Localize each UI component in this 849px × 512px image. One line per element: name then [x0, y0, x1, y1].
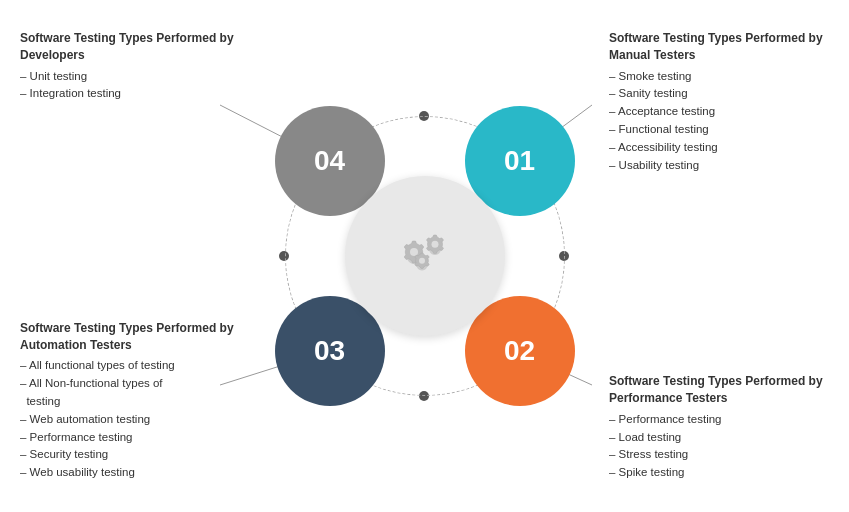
panel-tr-items: Smoke testing Sanity testing Acceptance … [609, 68, 829, 175]
list-item: All functional types of testing [20, 357, 240, 375]
list-item: Load testing [609, 429, 829, 447]
q01-label: 01 [504, 145, 535, 177]
panel-bottom-left: Software Testing Types Performed by Auto… [20, 320, 240, 482]
q02-label: 02 [504, 335, 535, 367]
center-circle [345, 176, 505, 336]
q04-label: 04 [314, 145, 345, 177]
list-item: All Non-functional types of testing [20, 375, 240, 411]
panel-tl-items: Unit testing Integration testing [20, 68, 240, 104]
panel-bottom-right: Software Testing Types Performed by Perf… [609, 373, 829, 482]
svg-point-9 [431, 241, 438, 248]
list-item: Functional testing [609, 121, 829, 139]
list-item: Sanity testing [609, 85, 829, 103]
q03-label: 03 [314, 335, 345, 367]
list-item: Smoke testing [609, 68, 829, 86]
panel-bl-title: Software Testing Types Performed by Auto… [20, 320, 240, 354]
panel-br-title: Software Testing Types Performed by Perf… [609, 373, 829, 407]
panel-bl-items: All functional types of testingAll Non-f… [20, 357, 240, 482]
list-item: Web automation testing [20, 411, 240, 429]
list-item: Performance testing [609, 411, 829, 429]
list-item: Spike testing [609, 464, 829, 482]
list-item: Unit testing [20, 68, 240, 86]
list-item: Integration testing [20, 85, 240, 103]
list-item: Acceptance testing [609, 103, 829, 121]
list-item: Performance testing [20, 429, 240, 447]
svg-point-8 [410, 248, 418, 256]
panel-br-items: Performance testing Load testing Stress … [609, 411, 829, 482]
list-item: Usability testing [609, 157, 829, 175]
panel-top-left: Software Testing Types Performed by Deve… [20, 30, 240, 103]
list-item: Security testing [20, 446, 240, 464]
gear-icon [390, 227, 460, 285]
list-item: Web usability testing [20, 464, 240, 482]
panel-tr-title: Software Testing Types Performed by Manu… [609, 30, 829, 64]
panel-top-right: Software Testing Types Performed by Manu… [609, 30, 829, 174]
main-container: Software Testing Types Performed by Deve… [0, 0, 849, 512]
svg-point-10 [419, 258, 425, 264]
diagram: 01 02 03 04 [285, 116, 565, 396]
list-item: Stress testing [609, 446, 829, 464]
panel-tl-title: Software Testing Types Performed by Deve… [20, 30, 240, 64]
list-item: Accessibility testing [609, 139, 829, 157]
